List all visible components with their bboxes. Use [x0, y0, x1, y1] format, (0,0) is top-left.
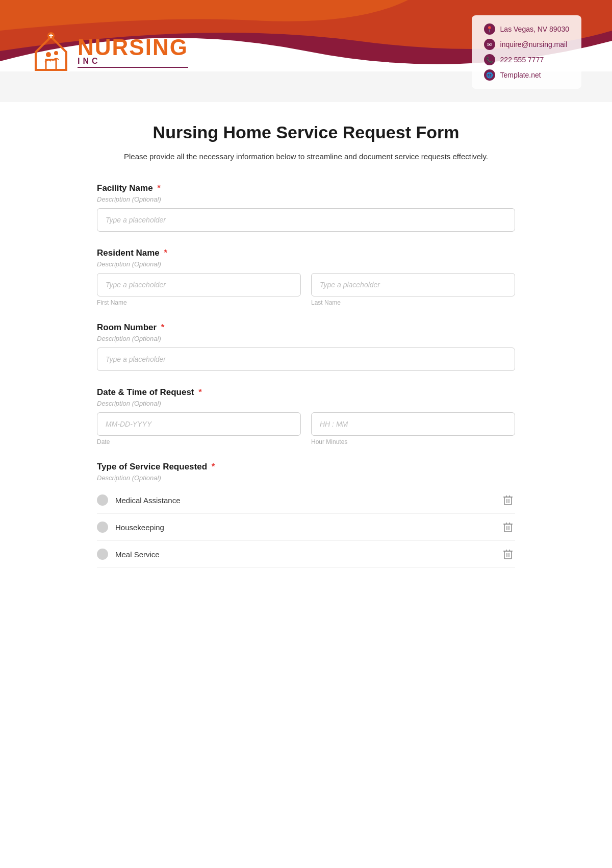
datetime-required: *	[198, 387, 202, 397]
contact-phone: 📞 222 555 7777	[484, 54, 569, 65]
delete-medical-button[interactable]	[501, 493, 515, 507]
svg-rect-7	[504, 497, 512, 505]
first-name-sublabel: First Name	[97, 299, 301, 306]
facility-name-input[interactable]	[97, 208, 515, 232]
form-subtitle: Please provide all the necessary informa…	[97, 151, 515, 163]
form-title: Nursing Home Service Request Form	[97, 122, 515, 142]
last-name-input[interactable]	[311, 273, 515, 296]
form-container: Nursing Home Service Request Form Please…	[0, 102, 612, 605]
logo-company-name: NURSING	[78, 36, 188, 59]
radio-option-meal[interactable]: Meal Service	[97, 541, 515, 568]
svg-point-3	[54, 51, 58, 55]
resident-name-required: *	[164, 248, 168, 258]
resident-name-row: First Name Last Name	[97, 273, 515, 306]
date-input[interactable]	[97, 412, 301, 436]
header-banner: NURSING INC 📍 Las Vegas, NV 89030 ✉ inqu…	[0, 0, 612, 102]
service-type-required: *	[212, 462, 215, 472]
datetime-label: Date & Time of Request *	[97, 387, 515, 398]
phone-icon: 📞	[484, 54, 495, 65]
radio-left-medical: Medical Assistance	[97, 494, 181, 506]
delete-housekeeping-button[interactable]	[501, 520, 515, 534]
facility-name-group: Facility Name * Description (Optional)	[97, 183, 515, 232]
time-sublabel: Hour Minutes	[311, 438, 515, 445]
last-name-sublabel: Last Name	[311, 299, 515, 306]
logo-text: NURSING INC	[78, 36, 188, 68]
date-col: Date	[97, 412, 301, 445]
radio-label-meal: Meal Service	[115, 550, 160, 559]
radio-circle-medical[interactable]	[97, 494, 108, 506]
contact-address: 📍 Las Vegas, NV 89030	[484, 23, 569, 35]
facility-name-required: *	[157, 183, 161, 193]
radio-option-housekeeping[interactable]: Housekeeping	[97, 514, 515, 541]
location-icon: 📍	[484, 23, 495, 35]
radio-circle-housekeeping[interactable]	[97, 522, 108, 533]
facility-name-description: Description (Optional)	[97, 195, 515, 203]
first-name-col: First Name	[97, 273, 301, 306]
svg-point-2	[46, 52, 51, 57]
logo-underline	[78, 67, 188, 68]
contact-email: ✉ inquire@nursing.mail	[484, 39, 569, 50]
logo-section: NURSING INC	[31, 32, 188, 72]
date-sublabel: Date	[97, 438, 301, 445]
service-type-group: Type of Service Requested * Description …	[97, 462, 515, 568]
first-name-input[interactable]	[97, 273, 301, 296]
service-type-label: Type of Service Requested *	[97, 462, 515, 472]
email-icon: ✉	[484, 39, 495, 50]
radio-circle-meal[interactable]	[97, 549, 108, 560]
logo-tagline: INC	[78, 57, 188, 66]
resident-name-description: Description (Optional)	[97, 260, 515, 268]
delete-meal-button[interactable]	[501, 547, 515, 561]
svg-rect-13	[504, 524, 512, 532]
nursing-logo-icon	[31, 32, 71, 72]
svg-rect-19	[504, 551, 512, 559]
radio-label-housekeeping: Housekeeping	[115, 523, 164, 532]
website-icon: 🌐	[484, 69, 495, 81]
radio-left-housekeeping: Housekeeping	[97, 522, 164, 533]
room-number-input[interactable]	[97, 348, 515, 371]
radio-left-meal: Meal Service	[97, 549, 160, 560]
datetime-group: Date & Time of Request * Description (Op…	[97, 387, 515, 445]
radio-option-medical[interactable]: Medical Assistance	[97, 487, 515, 514]
datetime-row: Date Hour Minutes	[97, 412, 515, 445]
service-type-description: Description (Optional)	[97, 474, 515, 482]
resident-name-label: Resident Name *	[97, 248, 515, 258]
datetime-description: Description (Optional)	[97, 400, 515, 407]
radio-label-medical: Medical Assistance	[115, 496, 181, 505]
contact-info-block: 📍 Las Vegas, NV 89030 ✉ inquire@nursing.…	[472, 15, 581, 89]
resident-name-group: Resident Name * Description (Optional) F…	[97, 248, 515, 306]
room-number-description: Description (Optional)	[97, 335, 515, 342]
time-col: Hour Minutes	[311, 412, 515, 445]
room-number-label: Room Number *	[97, 323, 515, 333]
facility-name-label: Facility Name *	[97, 183, 515, 193]
room-number-group: Room Number * Description (Optional)	[97, 323, 515, 371]
contact-website: 🌐 Template.net	[484, 69, 569, 81]
time-input[interactable]	[311, 412, 515, 436]
room-number-required: *	[161, 323, 165, 332]
last-name-col: Last Name	[311, 273, 515, 306]
